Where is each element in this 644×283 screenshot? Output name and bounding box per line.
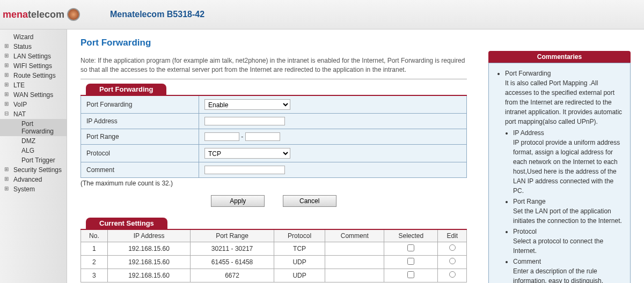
table-row: 2192.168.15.6061455 - 61458UDP <box>81 255 467 269</box>
label-comment: Comment <box>81 162 199 177</box>
table-cell: UDP <box>274 255 325 269</box>
sidebar-item-wifi-settings[interactable]: WIFI Settings <box>0 61 67 71</box>
row-edit-radio[interactable] <box>449 244 456 251</box>
table-cell: 192.168.15.60 <box>107 255 190 269</box>
table-header: Comment <box>325 229 384 242</box>
table-cell <box>325 255 384 269</box>
sidebar-item-lte[interactable]: LTE <box>0 80 67 90</box>
row-select-checkbox[interactable] <box>407 271 414 278</box>
commentary-title: Commentaries <box>488 51 631 63</box>
table-row: 3192.168.15.606672UDP <box>81 269 467 282</box>
port-range-from-input[interactable] <box>204 132 239 141</box>
table-header: IP Address <box>107 229 190 242</box>
table-row: 1192.168.15.6030211 - 30217TCP <box>81 242 467 255</box>
commentary-item: Port RangeSet the LAN port of the applic… <box>513 197 624 226</box>
table-cell: 61455 - 61458 <box>191 255 274 269</box>
label-protocol: Protocol <box>81 144 199 162</box>
label-enable: Port Forwarding <box>81 95 199 114</box>
table-header: No. <box>81 229 108 242</box>
sidebar-item-nat[interactable]: NAT <box>0 109 67 119</box>
logo-icon <box>67 8 80 21</box>
commentary-item: CommentEnter a description of the rule i… <box>513 257 624 283</box>
ip-address-input[interactable] <box>204 117 285 125</box>
page-note: Note: If the application program (for ex… <box>80 56 467 79</box>
sidebar-item-security-settings[interactable]: Security Settings <box>0 165 67 175</box>
port-range-sep: - <box>241 133 243 140</box>
table-cell: 192.168.15.60 <box>107 242 190 255</box>
table-cell: 1 <box>81 242 108 255</box>
sidebar-sub-alg[interactable]: ALG <box>0 146 67 155</box>
comment-input[interactable] <box>204 166 285 174</box>
table-cell: 192.168.15.60 <box>107 269 190 282</box>
sidebar-item-route-settings[interactable]: Route Settings <box>0 71 67 80</box>
label-port-range: Port Range <box>81 129 199 144</box>
port-forwarding-select[interactable]: Enable <box>204 99 290 110</box>
table-cell: 3 <box>81 269 108 282</box>
sidebar-item-lan-settings[interactable]: LAN Settings <box>0 51 67 61</box>
table-cell: 2 <box>81 255 108 269</box>
table-cell: 6672 <box>191 269 274 282</box>
row-select-checkbox[interactable] <box>407 258 414 265</box>
page-title: Port Forwarding <box>80 38 467 48</box>
table-header: Protocol <box>274 229 325 242</box>
sidebar-item-status[interactable]: Status <box>0 42 67 51</box>
sidebar-sub-dmz[interactable]: DMZ <box>0 136 67 146</box>
sidebar-sub-port-trigger[interactable]: Port Trigger <box>0 155 67 165</box>
sidebar-sub-port-forwarding[interactable]: Port Forwarding <box>0 119 67 136</box>
sidebar-item-voip[interactable]: VoIP <box>0 100 67 109</box>
top-header: menatelecom Menatelecom B5318-42 <box>0 0 644 29</box>
row-edit-radio[interactable] <box>449 271 456 278</box>
table-cell <box>325 269 384 282</box>
max-rule-note: (The maximum rule count is 32.) <box>80 180 467 187</box>
device-title: Menatelecom B5318-42 <box>110 10 204 19</box>
sidebar-item-system[interactable]: System <box>0 184 67 194</box>
current-settings-table: No.IP AddressPort RangeProtocolCommentSe… <box>80 229 467 282</box>
table-header: Edit <box>438 229 467 242</box>
logo-post: telecom <box>28 9 64 20</box>
table-cell: TCP <box>274 242 325 255</box>
protocol-select[interactable]: TCP <box>204 148 290 159</box>
commentary-intro: It is also called Port Mapping .All acce… <box>505 79 622 125</box>
apply-button[interactable]: Apply <box>211 195 265 207</box>
sidebar-item-wizard[interactable]: Wizard <box>0 32 67 42</box>
port-forwarding-form: Port Forwarding Enable IP Address Port R… <box>80 95 467 178</box>
row-select-checkbox[interactable] <box>407 244 414 251</box>
table-header: Selected <box>384 229 438 242</box>
commentary-item: IP AddressIP protocol provide a uniform … <box>513 128 624 196</box>
sidebar-item-wan-settings[interactable]: WAN Settings <box>0 90 67 100</box>
section-tab-table: Current Settings <box>86 218 167 229</box>
commentary-item: ProtocolSelect a protocol to connect the… <box>513 227 624 256</box>
port-range-to-input[interactable] <box>245 132 280 141</box>
table-cell: 30211 - 30217 <box>191 242 274 255</box>
cancel-button[interactable]: Cancel <box>283 195 336 207</box>
label-ip: IP Address <box>81 113 199 129</box>
sidebar-item-advanced[interactable]: Advanced <box>0 175 67 184</box>
commentary-panel: Commentaries Port Forwarding It is also … <box>488 51 631 283</box>
table-header: Port Range <box>191 229 274 242</box>
section-tab-form: Port Forwarding <box>86 84 166 95</box>
sidebar: WizardStatusLAN SettingsWIFI SettingsRou… <box>0 29 67 283</box>
logo: menatelecom <box>0 8 91 21</box>
table-cell: UDP <box>274 269 325 282</box>
row-edit-radio[interactable] <box>449 258 456 264</box>
commentary-heading: Port Forwarding <box>505 70 551 77</box>
logo-pre: mena <box>3 9 28 20</box>
table-cell <box>325 242 384 255</box>
